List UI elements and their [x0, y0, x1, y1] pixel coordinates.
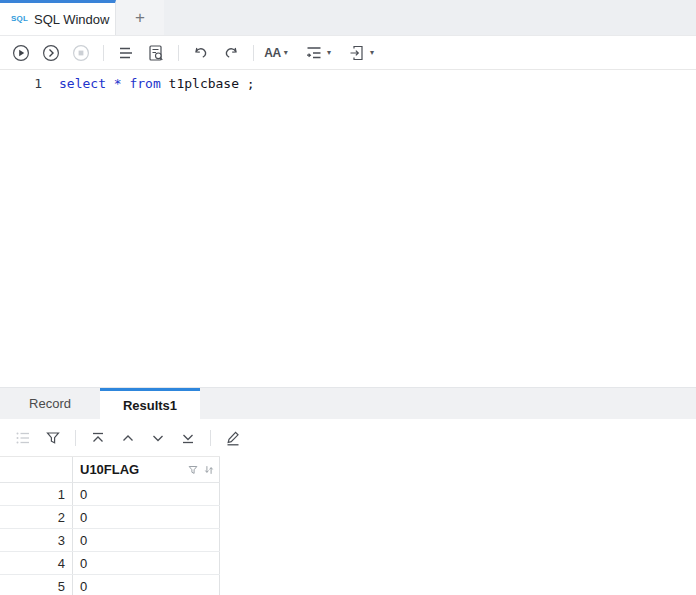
- filter-button[interactable]: [38, 425, 68, 451]
- export-button[interactable]: ▾: [344, 40, 377, 66]
- undo-button[interactable]: [186, 40, 216, 66]
- column-sort-icon[interactable]: [202, 463, 216, 477]
- beautify-sql-icon: [116, 43, 136, 63]
- editor-toolbar: AA ▾ ▾ ▾: [0, 36, 696, 70]
- sql-keyword: select * from: [59, 76, 169, 91]
- toolbar-divider: [75, 430, 76, 446]
- previous-row-button[interactable]: [113, 425, 143, 451]
- next-row-button[interactable]: [143, 425, 173, 451]
- run-button[interactable]: [6, 40, 36, 66]
- indent-button[interactable]: ▾: [301, 40, 334, 66]
- cell-value[interactable]: 0: [73, 575, 220, 595]
- chevron-down-icon: ▾: [370, 49, 374, 57]
- row-number: 3: [0, 529, 73, 551]
- tab-title: SQL Window: [34, 12, 109, 27]
- table-row[interactable]: 4 0: [0, 552, 220, 575]
- cell-value[interactable]: 0: [73, 529, 220, 551]
- cell-value[interactable]: 0: [73, 552, 220, 574]
- goto-first-icon: [88, 428, 108, 448]
- goto-first-button[interactable]: [83, 425, 113, 451]
- sql-identifier: t1plcbase ;: [169, 76, 255, 91]
- run-current-button[interactable]: [36, 40, 66, 66]
- chevron-down-icon: ▾: [284, 49, 288, 57]
- new-tab-button[interactable]: +: [116, 0, 164, 35]
- chevron-up-icon: [118, 428, 138, 448]
- tab-record[interactable]: Record: [0, 388, 100, 419]
- sql-tool-window: SQL SQL Window +: [0, 0, 696, 595]
- font-size-icon: AA: [264, 46, 280, 60]
- row-number-header-cell[interactable]: [0, 457, 73, 482]
- column-header-u10flag[interactable]: U10FLAG: [73, 457, 220, 482]
- preview-icon: [146, 43, 166, 63]
- chevron-down-icon: ▾: [327, 49, 331, 57]
- sql-icon: SQL: [11, 15, 28, 23]
- run-icon: [11, 43, 31, 63]
- font-size-button[interactable]: AA ▾: [261, 40, 291, 66]
- table-row[interactable]: 3 0: [0, 529, 220, 552]
- toolbar-divider: [253, 45, 254, 61]
- preview-button[interactable]: [141, 40, 171, 66]
- cell-value[interactable]: 0: [73, 483, 220, 505]
- tab-results1[interactable]: Results1: [100, 388, 200, 419]
- stop-button[interactable]: [66, 40, 96, 66]
- column-filter-icon[interactable]: [186, 463, 200, 477]
- cell-value[interactable]: 0: [73, 506, 220, 528]
- indent-icon: [304, 43, 324, 63]
- edit-icon: [223, 428, 243, 448]
- toolbar-divider: [210, 430, 211, 446]
- table-row[interactable]: 5 0: [0, 575, 220, 595]
- run-current-icon: [41, 43, 61, 63]
- undo-icon: [191, 43, 211, 63]
- beautify-sql-button[interactable]: [111, 40, 141, 66]
- list-view-button[interactable]: [8, 425, 38, 451]
- tab-results1-label: Results1: [123, 398, 177, 413]
- row-number: 1: [0, 483, 73, 505]
- grid-header-row: U10FLAG: [0, 457, 220, 483]
- tab-record-label: Record: [29, 396, 71, 411]
- stop-icon: [71, 43, 91, 63]
- column-name: U10FLAG: [80, 462, 186, 477]
- table-row[interactable]: 1 0: [0, 483, 220, 506]
- sql-editor[interactable]: 1 select * from t1plcbase ;: [0, 70, 696, 387]
- row-number: 4: [0, 552, 73, 574]
- table-row[interactable]: 2 0: [0, 506, 220, 529]
- edit-record-button[interactable]: [218, 425, 248, 451]
- line-number: 1: [0, 75, 42, 93]
- goto-last-button[interactable]: [173, 425, 203, 451]
- redo-icon: [221, 43, 241, 63]
- filter-icon: [43, 428, 63, 448]
- row-number: 2: [0, 506, 73, 528]
- export-icon: [347, 43, 367, 63]
- row-number: 5: [0, 575, 73, 595]
- plus-icon: +: [135, 8, 145, 28]
- chevron-down-icon: [148, 428, 168, 448]
- list-icon: [13, 428, 33, 448]
- goto-last-icon: [178, 428, 198, 448]
- results-panel: Record Results1: [0, 387, 696, 595]
- redo-button[interactable]: [216, 40, 246, 66]
- toolbar-divider: [178, 45, 179, 61]
- results-grid: U10FLAG 1 0 2: [0, 456, 220, 595]
- results-tab-bar: Record Results1: [0, 387, 696, 419]
- results-toolbar: [0, 419, 696, 456]
- tab-sql-window[interactable]: SQL SQL Window: [0, 0, 116, 35]
- code-line: 1 select * from t1plcbase ;: [0, 75, 696, 93]
- toolbar-divider: [103, 45, 104, 61]
- code-text: select * from t1plcbase ;: [59, 75, 255, 93]
- document-tab-bar: SQL SQL Window +: [0, 0, 696, 36]
